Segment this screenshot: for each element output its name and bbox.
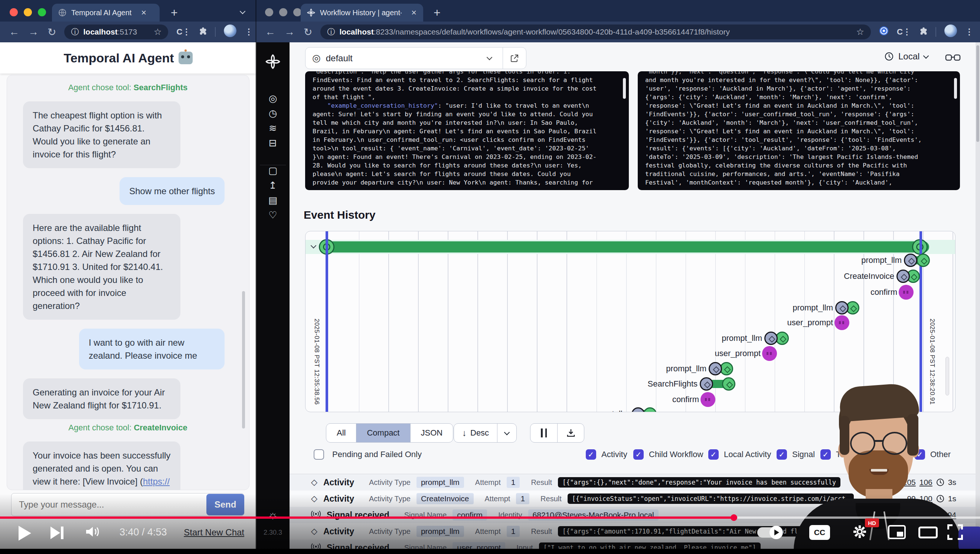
address-bar[interactable]: ⓘ localhost:5173 ☆: [64, 24, 168, 39]
workflow-input-json-left[interactable]: "description": "help the user gather arg…: [305, 71, 629, 190]
site-info-icon[interactable]: ⓘ: [327, 27, 335, 37]
browser-menu-icon[interactable]: ⋮: [965, 27, 973, 37]
site-info-icon[interactable]: ⓘ: [71, 27, 79, 37]
window-controls[interactable]: [265, 8, 301, 16]
volume-icon[interactable]: [84, 525, 101, 540]
stack-icon[interactable]: ≋: [256, 123, 290, 134]
theater-mode-button[interactable]: [918, 527, 938, 538]
external-link-icon[interactable]: [510, 54, 519, 63]
code-scrollbar[interactable]: [623, 78, 626, 99]
sort-order-button[interactable]: ↓Desc: [453, 423, 517, 443]
extension-ci-icon[interactable]: C⋮: [897, 27, 911, 37]
pause-button[interactable]: [530, 423, 557, 442]
minimize-window-button[interactable]: [24, 8, 32, 16]
play-button[interactable]: [19, 526, 31, 541]
activity-scheduled-marker[interactable]: [700, 377, 713, 391]
reload-button[interactable]: ↻: [304, 26, 312, 38]
view-mode-all[interactable]: All: [326, 423, 356, 442]
temporal-logo-icon[interactable]: [256, 54, 290, 72]
checked-checkbox[interactable]: ✓: [708, 449, 719, 460]
autoplay-toggle[interactable]: [757, 527, 782, 538]
signal-marker[interactable]: [762, 346, 777, 361]
namespace-selector[interactable]: ◎ default: [305, 47, 527, 69]
activity-scheduled-marker[interactable]: [835, 301, 849, 315]
captions-button[interactable]: CC: [809, 525, 830, 540]
filter-local-activity[interactable]: ✓Local Activity: [708, 449, 771, 460]
maximize-window-button[interactable]: [38, 8, 46, 16]
browser-menu-icon[interactable]: ⋮: [245, 27, 253, 37]
filter-activity[interactable]: ✓Activity: [586, 449, 627, 460]
extensions-puzzle-icon[interactable]: [919, 26, 928, 38]
window-controls[interactable]: [10, 8, 46, 16]
sort-dropdown-chevron[interactable]: [497, 423, 516, 442]
collapse-chevron-icon[interactable]: [312, 242, 315, 249]
feedback-icon[interactable]: ♡: [256, 209, 290, 221]
close-window-button[interactable]: [265, 8, 273, 16]
pending-failed-checkbox[interactable]: [314, 449, 324, 460]
download-button[interactable]: [557, 423, 584, 442]
minimize-window-button[interactable]: [279, 8, 287, 16]
schedules-icon[interactable]: ◷: [256, 108, 290, 119]
filter-label: Local Activity: [724, 450, 771, 459]
workflow-execution-bar[interactable]: [326, 241, 929, 253]
docs-icon[interactable]: ▤: [256, 194, 290, 206]
import-icon[interactable]: ↥: [256, 180, 290, 191]
signal-marker[interactable]: [700, 392, 715, 407]
activity-completed-marker[interactable]: [916, 254, 930, 267]
browser-tab[interactable]: Temporal AI Agent ×: [52, 4, 160, 22]
view-mode-segmented-control[interactable]: AllCompactJSON: [326, 423, 453, 443]
address-bar[interactable]: ⓘ localhost:8233/namespaces/default/work…: [320, 24, 871, 39]
archive-icon[interactable]: ⊟: [256, 137, 290, 149]
clock-icon: [884, 52, 894, 61]
progress-scrubber[interactable]: [730, 514, 737, 521]
labs-glasses-icon[interactable]: [945, 53, 961, 65]
checked-checkbox[interactable]: ✓: [586, 449, 596, 460]
activity-scheduled-marker[interactable]: [632, 408, 645, 412]
activity-scheduled-marker[interactable]: [709, 362, 722, 376]
extension-ci-icon[interactable]: C⋮: [176, 27, 191, 37]
view-mode-json[interactable]: JSON: [410, 423, 453, 442]
activity-completed-marker[interactable]: [643, 408, 657, 412]
signal-marker[interactable]: [835, 315, 850, 330]
miniplayer-button[interactable]: [888, 525, 906, 539]
workflows-icon[interactable]: ◎: [256, 93, 290, 104]
maximize-window-button[interactable]: [293, 8, 301, 16]
page-scrollbar[interactable]: [975, 42, 980, 549]
video-progress-bar[interactable]: [0, 516, 980, 519]
activity-scheduled-marker[interactable]: [904, 254, 917, 267]
activity-scheduled-marker[interactable]: [896, 269, 910, 283]
checked-checkbox[interactable]: ✓: [776, 449, 787, 460]
new-tab-button[interactable]: +: [171, 6, 178, 20]
onepassword-icon[interactable]: [879, 26, 889, 38]
extensions-puzzle-icon[interactable]: [199, 26, 207, 38]
agent-tool-line: Agent chose tool: CreateInvoice: [23, 423, 233, 433]
activity-completed-marker[interactable]: [722, 377, 735, 391]
back-button[interactable]: ←: [9, 26, 19, 38]
activity-scheduled-marker[interactable]: [764, 331, 778, 345]
tab-close-icon[interactable]: ×: [411, 8, 417, 18]
filter-child-workflow[interactable]: ✓Child Workflow: [633, 449, 703, 460]
chat-scrollbar[interactable]: [242, 291, 245, 428]
browser-tab[interactable]: Workflow History | agent-wor ×: [301, 4, 423, 22]
tab-close-icon[interactable]: ×: [141, 8, 146, 18]
workflow-input-json-right[interactable]: 'month'}}, 'next': 'question', 'response…: [638, 71, 960, 190]
checked-checkbox[interactable]: ✓: [633, 449, 644, 460]
code-scrollbar[interactable]: [954, 78, 957, 99]
forward-button[interactable]: →: [28, 26, 38, 38]
bookmark-star-icon[interactable]: ☆: [856, 27, 865, 37]
profile-avatar[interactable]: [224, 24, 237, 39]
pending-failed-filter[interactable]: Pending and Failed Only: [314, 449, 422, 460]
back-button[interactable]: ←: [265, 26, 275, 38]
profile-avatar[interactable]: [944, 24, 957, 39]
namespaces-icon[interactable]: ▢: [256, 165, 290, 177]
timezone-selector[interactable]: Local: [884, 51, 928, 62]
reload-button[interactable]: ↻: [48, 26, 56, 38]
view-mode-compact[interactable]: Compact: [356, 423, 410, 442]
forward-button[interactable]: →: [284, 26, 295, 38]
tab-search-icon[interactable]: [240, 8, 245, 15]
bookmark-star-icon[interactable]: ☆: [154, 27, 162, 37]
signal-marker[interactable]: [899, 285, 913, 300]
close-window-button[interactable]: [10, 8, 18, 16]
new-tab-button[interactable]: +: [434, 6, 441, 20]
fullscreen-button[interactable]: [947, 524, 963, 540]
